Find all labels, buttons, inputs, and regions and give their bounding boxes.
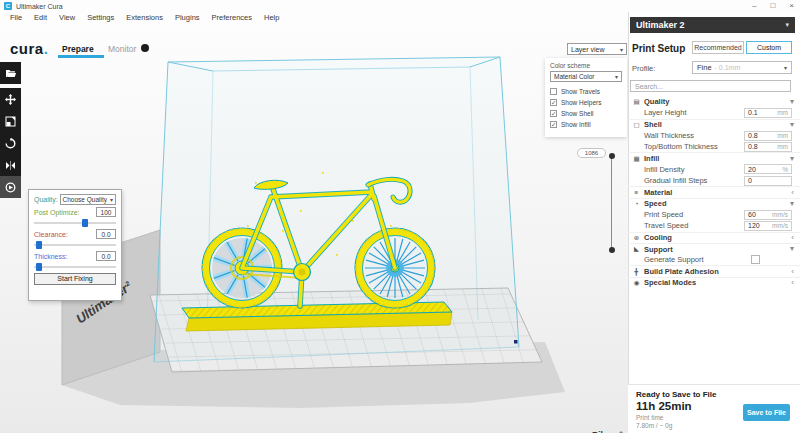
chevron-down-icon bbox=[790, 155, 794, 163]
material-usage: 7.80m / ~ 0g bbox=[636, 422, 672, 429]
setting-layer-height: Layer Height 0.1mm bbox=[628, 107, 800, 118]
job-status: Ready to Save to File bbox=[636, 390, 716, 399]
settings-search-input[interactable] bbox=[630, 80, 791, 92]
clearance-label: Clearance: bbox=[34, 231, 68, 238]
top-bottom-thickness-field[interactable]: 0.8mm bbox=[744, 142, 792, 152]
adhesion-icon: ╋ bbox=[632, 268, 641, 276]
checkbox-row-show-travels: Show Travels bbox=[550, 86, 622, 96]
layer-slider[interactable] bbox=[610, 155, 613, 251]
setting-travel-speed: Travel Speed 120mm/s bbox=[628, 220, 800, 231]
chevron-down-icon bbox=[790, 121, 794, 129]
post-optimize-slider[interactable] bbox=[34, 219, 116, 227]
open-file-button[interactable] bbox=[0, 62, 21, 84]
close-button[interactable]: × bbox=[789, 0, 794, 12]
quality-fixing-dialog: Quality: Choose Quality▾ Post Optimize: … bbox=[28, 189, 122, 301]
minimize-button[interactable]: – bbox=[752, 0, 756, 12]
shell-icon: ▢ bbox=[632, 121, 641, 129]
quality-label: Quality: bbox=[34, 196, 58, 203]
quality-dropdown[interactable]: Choose Quality▾ bbox=[60, 194, 116, 205]
layer-slider-bottom-handle[interactable] bbox=[609, 247, 615, 253]
view-mode-dropdown[interactable]: Layer view▾ bbox=[567, 43, 627, 55]
maximize-button[interactable]: □ bbox=[770, 0, 775, 12]
thickness-field[interactable] bbox=[96, 251, 116, 261]
show-helpers-checkbox[interactable]: ✓ bbox=[550, 99, 557, 106]
thickness-slider[interactable] bbox=[34, 263, 116, 271]
print-speed-field[interactable]: 60mm/s bbox=[744, 210, 792, 220]
infill-density-field[interactable]: 20% bbox=[744, 164, 792, 174]
clearance-slider[interactable] bbox=[34, 241, 116, 249]
scale-tool-icon bbox=[5, 116, 16, 127]
save-to-file-button[interactable]: Save to File bbox=[743, 404, 790, 421]
folder-open-icon bbox=[5, 68, 17, 79]
print-setup-title: Print Setup bbox=[632, 43, 685, 54]
scale-tool-button[interactable] bbox=[0, 110, 21, 132]
rotate-tool-button[interactable] bbox=[0, 132, 21, 154]
checkbox-row-show-helpers: ✓ Show Helpers bbox=[550, 97, 622, 107]
settings-list: ▤ Quality Layer Height 0.1mm ▢ Shell Wal… bbox=[628, 96, 800, 288]
setting-generate-support: Generate Support bbox=[628, 254, 800, 265]
mirror-tool-icon bbox=[5, 160, 16, 171]
tab-monitor[interactable]: Monitor bbox=[108, 44, 136, 54]
layer-slider-top-handle[interactable] bbox=[609, 153, 615, 159]
menu-preferences[interactable]: Preferences bbox=[206, 13, 258, 22]
menu-extensions[interactable]: Extensions bbox=[120, 13, 169, 22]
mesh-tools-button[interactable] bbox=[0, 176, 21, 198]
setting-top-bottom-thickness: Top/Bottom Thickness 0.8mm bbox=[628, 141, 800, 152]
support-icon: ◣ bbox=[632, 245, 641, 253]
custom-mode-button[interactable]: Custom bbox=[746, 41, 792, 54]
category-special-modes[interactable]: ◉ Special Modes bbox=[628, 277, 800, 288]
slider-handle[interactable] bbox=[36, 263, 42, 271]
chevron-down-icon: ▾ bbox=[620, 46, 623, 53]
checkbox-row-show-shell: ✓ Show Shell bbox=[550, 108, 622, 118]
clearance-field[interactable] bbox=[96, 229, 116, 239]
speed-icon: ◔ bbox=[632, 200, 641, 207]
setting-gradual-infill-steps: Gradual Infill Steps 0 bbox=[628, 175, 800, 186]
chevron-left-icon bbox=[791, 279, 794, 287]
post-optimize-label: Post Optimize: bbox=[34, 209, 80, 216]
category-cooling[interactable]: ⊛ Cooling bbox=[628, 232, 800, 243]
material-icon: ≡ bbox=[632, 189, 641, 196]
mirror-tool-button[interactable] bbox=[0, 154, 21, 176]
recommended-mode-button[interactable]: Recommended bbox=[692, 41, 744, 54]
category-speed[interactable]: ◔ Speed bbox=[628, 198, 800, 209]
slider-handle[interactable] bbox=[36, 241, 42, 249]
travel-speed-field[interactable]: 120mm/s bbox=[744, 221, 792, 231]
show-shell-checkbox[interactable]: ✓ bbox=[550, 110, 557, 117]
menu-settings[interactable]: Settings bbox=[81, 13, 120, 22]
category-build-plate-adhesion[interactable]: ╋ Build Plate Adhesion bbox=[628, 265, 800, 276]
wall-thickness-field[interactable]: 0.8mm bbox=[744, 131, 792, 141]
post-optimize-field[interactable] bbox=[96, 207, 116, 217]
menu-edit[interactable]: Edit bbox=[28, 13, 53, 22]
menu-view[interactable]: View bbox=[53, 13, 81, 22]
machine-selector[interactable]: Ultimaker 2 ▾ bbox=[630, 17, 795, 33]
category-support[interactable]: ◣ Support bbox=[628, 243, 800, 254]
menu-plugins[interactable]: Plugins bbox=[169, 13, 206, 22]
category-infill[interactable]: ▦ Infill bbox=[628, 152, 800, 163]
tab-prepare[interactable]: Prepare bbox=[62, 44, 94, 54]
category-material[interactable]: ≡ Material bbox=[628, 186, 800, 197]
category-shell[interactable]: ▢ Shell bbox=[628, 119, 800, 130]
generate-support-checkbox[interactable] bbox=[751, 255, 760, 264]
tab-active-underline bbox=[58, 55, 104, 58]
chevron-down-icon: ▾ bbox=[784, 64, 787, 71]
menu-file[interactable]: File bbox=[4, 13, 28, 22]
category-quality[interactable]: ▤ Quality bbox=[628, 96, 800, 107]
special-modes-icon: ◉ bbox=[632, 279, 641, 287]
app-icon: C bbox=[4, 2, 12, 10]
thickness-label: Thickness: bbox=[34, 253, 67, 260]
slider-handle[interactable] bbox=[82, 219, 88, 227]
setting-infill-density: Infill Density 20% bbox=[628, 164, 800, 175]
menu-help[interactable]: Help bbox=[258, 13, 285, 22]
profile-dropdown[interactable]: Fine - 0.1mm ▾ bbox=[692, 61, 792, 74]
chevron-left-icon bbox=[791, 189, 794, 197]
show-infill-checkbox[interactable]: ✓ bbox=[550, 121, 557, 128]
move-tool-button[interactable] bbox=[0, 88, 21, 110]
show-travels-checkbox[interactable] bbox=[550, 88, 557, 95]
viewport-3d[interactable]: Ultimaker² bbox=[0, 22, 628, 433]
chevron-left-icon bbox=[791, 268, 794, 276]
start-fixing-button[interactable]: Start Fixing bbox=[34, 273, 116, 285]
print-time: 11h 25min bbox=[636, 400, 692, 412]
color-scheme-dropdown[interactable]: Material Color▾ bbox=[550, 71, 622, 82]
layer-height-field[interactable]: 0.1mm bbox=[744, 108, 792, 118]
gradual-infill-steps-field[interactable]: 0 bbox=[744, 176, 792, 186]
